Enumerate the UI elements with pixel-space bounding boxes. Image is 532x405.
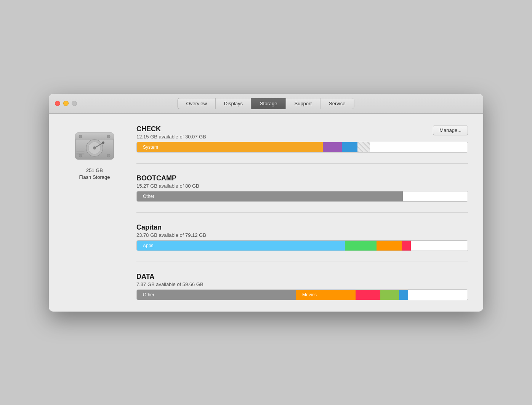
tab-displays[interactable]: Displays xyxy=(215,98,252,109)
svg-point-5 xyxy=(107,154,110,157)
volume-name-check: CHECK xyxy=(136,125,206,133)
volume-avail-bootcamp: 15.27 GB available of 80 GB xyxy=(136,183,199,189)
volume-info-data: DATA7.37 GB available of 59.66 GB xyxy=(136,273,204,287)
drive-type: Flash Storage xyxy=(79,174,110,180)
volume-avail-capitan: 23.78 GB available of 79.12 GB xyxy=(136,232,206,238)
bar-segment xyxy=(345,241,377,251)
bar-segment: Other xyxy=(137,191,403,201)
bar-segment xyxy=(342,142,357,152)
bar-segment xyxy=(380,290,399,300)
volume-header-bootcamp: BOOTCAMP15.27 GB available of 80 GB xyxy=(136,174,468,189)
bar-segment: System xyxy=(137,142,323,152)
tab-support[interactable]: Support xyxy=(285,98,320,109)
maximize-button[interactable] xyxy=(72,101,77,106)
bar-segment xyxy=(323,142,341,152)
bar-segment xyxy=(356,290,380,300)
storage-bar-bootcamp: Other xyxy=(136,191,468,202)
volume-info-bootcamp: BOOTCAMP15.27 GB available of 80 GB xyxy=(136,174,199,189)
svg-point-4 xyxy=(79,154,82,157)
bar-label: System xyxy=(140,145,158,150)
volume-data: DATA7.37 GB available of 59.66 GBOtherMo… xyxy=(136,273,468,300)
drive-size: 251 GB xyxy=(86,167,103,173)
volume-avail-data: 7.37 GB available of 59.66 GB xyxy=(136,281,204,287)
svg-point-10 xyxy=(102,141,104,144)
bar-segment xyxy=(411,241,468,251)
volume-capitan: Capitan23.78 GB available of 79.12 GBApp… xyxy=(136,223,468,251)
bar-segment: Movies xyxy=(296,290,356,300)
bar-segment xyxy=(402,241,411,251)
drive-label: 251 GB Flash Storage xyxy=(79,167,110,181)
bar-segment xyxy=(403,191,468,201)
bar-segment: Other xyxy=(137,290,296,300)
volume-header-data: DATA7.37 GB available of 59.66 GB xyxy=(136,273,468,287)
bar-label: Apps xyxy=(140,243,153,248)
bar-label: Other xyxy=(140,194,154,199)
bar-segment xyxy=(357,142,370,152)
volume-info-capitan: Capitan23.78 GB available of 79.12 GB xyxy=(136,223,206,238)
volume-bootcamp: BOOTCAMP15.27 GB available of 80 GBOther xyxy=(136,174,468,202)
manage-button[interactable]: Manage... xyxy=(433,125,468,135)
bar-segment: Apps xyxy=(137,241,345,251)
volume-info-check: CHECK12.15 GB available of 30.07 GB xyxy=(136,125,206,140)
divider xyxy=(136,262,468,262)
minimize-button[interactable] xyxy=(63,101,69,106)
bar-segment xyxy=(370,142,468,152)
storage-bar-data: OtherMovies xyxy=(136,289,468,300)
volume-name-data: DATA xyxy=(136,273,204,281)
drive-icon xyxy=(74,129,115,163)
storage-bar-check: System xyxy=(136,142,468,153)
volumes-list: CHECK12.15 GB available of 30.07 GBManag… xyxy=(136,125,468,300)
volume-name-capitan: Capitan xyxy=(136,223,206,231)
main-window: OverviewDisplaysStorageSupportService xyxy=(49,94,483,312)
volume-check: CHECK12.15 GB available of 30.07 GBManag… xyxy=(136,125,468,153)
volume-header-capitan: Capitan23.78 GB available of 79.12 GB xyxy=(136,223,468,238)
divider xyxy=(136,163,468,164)
bar-label: Other xyxy=(140,292,154,297)
volume-name-bootcamp: BOOTCAMP xyxy=(136,174,199,182)
titlebar: OverviewDisplaysStorageSupportService xyxy=(49,94,483,114)
volume-avail-check: 12.15 GB available of 30.07 GB xyxy=(136,134,206,140)
close-button[interactable] xyxy=(55,101,60,106)
divider xyxy=(136,212,468,213)
bar-label: Movies xyxy=(299,292,317,297)
tab-overview[interactable]: Overview xyxy=(178,98,216,109)
volume-header-check: CHECK12.15 GB available of 30.07 GBManag… xyxy=(136,125,468,140)
bar-segment xyxy=(377,241,402,251)
tab-bar: OverviewDisplaysStorageSupportService xyxy=(178,98,354,109)
svg-point-2 xyxy=(79,135,82,138)
content-area: 251 GB Flash Storage CHECK12.15 GB avail… xyxy=(49,114,483,312)
tab-storage[interactable]: Storage xyxy=(251,98,286,109)
bar-segment xyxy=(408,290,468,300)
storage-bar-capitan: Apps xyxy=(136,240,468,251)
bar-segment xyxy=(399,290,408,300)
tab-service[interactable]: Service xyxy=(320,98,354,109)
traffic-lights xyxy=(55,101,77,106)
svg-point-3 xyxy=(107,135,110,138)
sidebar: 251 GB Flash Storage xyxy=(64,125,125,300)
